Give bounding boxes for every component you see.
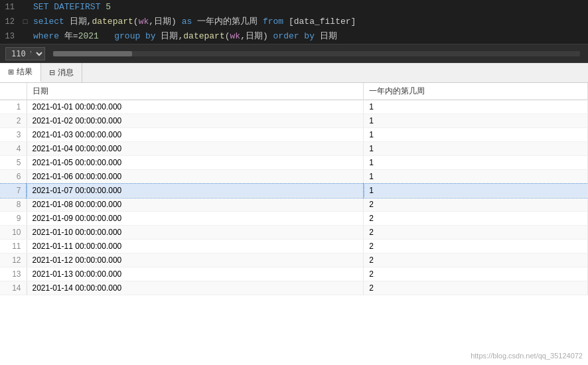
code-token: = xyxy=(73,31,78,41)
code-token xyxy=(99,31,114,41)
row-number: 6 xyxy=(0,170,27,184)
code-token: [data_filter] xyxy=(289,17,356,27)
tab-icon-results: ⊞ xyxy=(8,68,14,76)
code-token: where xyxy=(33,31,64,41)
zoom-select[interactable]: 110 % 100 % 75 % xyxy=(5,47,45,60)
code-content: select 日期,datepart(wk,日期) as 一年内的第几周 fro… xyxy=(31,15,588,29)
cell-date: 2021-01-02 00:00:00.000 xyxy=(27,114,364,128)
table-row[interactable]: 52021-01-05 00:00:00.0001 xyxy=(0,156,588,170)
tab-label-results: 结果 xyxy=(17,66,33,78)
code-token: ) xyxy=(263,31,273,41)
row-number: 5 xyxy=(0,156,27,170)
code-token: select xyxy=(33,17,70,27)
code-token: datepart xyxy=(92,17,133,27)
row-number: 12 xyxy=(0,254,27,267)
table-header-row: 日期一年内的第几周 xyxy=(0,83,588,100)
row-number: 7 xyxy=(0,184,27,198)
code-token: order by xyxy=(273,31,320,41)
table-row[interactable]: 142021-01-14 00:00:00.0002 xyxy=(0,281,588,295)
code-token: 年 xyxy=(64,31,73,41)
cell-date: 2021-01-10 00:00:00.000 xyxy=(27,226,364,240)
code-content: SET DATEFIRST 5 xyxy=(31,0,588,15)
code-token: 5 xyxy=(106,2,111,12)
table-row[interactable]: 82021-01-08 00:00:00.0002 xyxy=(0,198,588,212)
code-token: 2021 xyxy=(78,31,99,41)
row-number: 8 xyxy=(0,198,27,212)
cell-date: 2021-01-08 00:00:00.000 xyxy=(27,198,364,212)
column-header-0 xyxy=(0,83,27,100)
table-row[interactable]: 42021-01-04 00:00:00.0001 xyxy=(0,142,588,156)
tab-results[interactable]: ⊞结果 xyxy=(0,63,41,82)
cell-week: 1 xyxy=(364,156,588,170)
row-number: 11 xyxy=(0,240,27,254)
cell-week: 1 xyxy=(364,100,588,114)
row-number: 13 xyxy=(0,267,27,281)
cell-week: 2 xyxy=(364,281,588,295)
line-number: 13 xyxy=(0,29,20,44)
cell-date: 2021-01-03 00:00:00.000 xyxy=(27,128,364,142)
code-line: 13where 年=2021 group by 日期,datepart(wk,日… xyxy=(0,29,588,44)
code-token: ) xyxy=(171,17,182,27)
code-token: SET xyxy=(33,2,54,12)
cell-week: 1 xyxy=(364,184,588,198)
table-row[interactable]: 122021-01-12 00:00:00.0002 xyxy=(0,254,588,267)
code-token: ( xyxy=(225,31,230,41)
row-number: 14 xyxy=(0,281,27,295)
code-content: where 年=2021 group by 日期,datepart(wk,日期)… xyxy=(31,29,588,44)
code-token: datepart xyxy=(183,31,224,41)
line-indicator: □ xyxy=(20,15,31,29)
cell-week: 2 xyxy=(364,240,588,254)
cell-week: 1 xyxy=(364,142,588,156)
line-number: 12 xyxy=(0,15,20,29)
tabs-area: ⊞结果⊟消息 xyxy=(0,63,588,83)
code-line: 12□select 日期,datepart(wk,日期) as 一年内的第几周 … xyxy=(0,15,588,29)
row-number: 9 xyxy=(0,212,27,226)
results-area[interactable]: 日期一年内的第几周 12021-01-01 00:00:00.000122021… xyxy=(0,83,588,365)
tab-messages[interactable]: ⊟消息 xyxy=(41,63,82,82)
table-row[interactable]: 132021-01-13 00:00:00.0002 xyxy=(0,267,588,281)
row-number: 2 xyxy=(0,114,27,128)
table-row[interactable]: 102021-01-10 00:00:00.0002 xyxy=(0,226,588,240)
tab-label-messages: 消息 xyxy=(58,67,74,78)
code-token: 日期 xyxy=(246,31,263,41)
cell-week: 1 xyxy=(364,114,588,128)
cell-week: 2 xyxy=(364,254,588,267)
results-table: 日期一年内的第几周 12021-01-01 00:00:00.000122021… xyxy=(0,83,588,295)
table-row[interactable]: 62021-01-06 00:00:00.0001 xyxy=(0,170,588,184)
table-row[interactable]: 112021-01-11 00:00:00.0002 xyxy=(0,240,588,254)
row-number: 3 xyxy=(0,128,27,142)
cell-date: 2021-01-14 00:00:00.000 xyxy=(27,281,364,295)
cell-week: 1 xyxy=(364,128,588,142)
code-line: 11SET DATEFIRST 5 xyxy=(0,0,588,15)
cell-date: 2021-01-11 00:00:00.000 xyxy=(27,240,364,254)
row-number: 4 xyxy=(0,142,27,156)
cell-date: 2021-01-09 00:00:00.000 xyxy=(27,212,364,226)
table-row[interactable]: 92021-01-09 00:00:00.0002 xyxy=(0,212,588,226)
code-token: , xyxy=(149,17,154,27)
code-token: DATEFIRST xyxy=(54,2,106,12)
cell-date: 2021-01-01 00:00:00.000 xyxy=(27,100,364,114)
table-row[interactable]: 72021-01-07 00:00:00.0001 xyxy=(0,184,588,198)
toolbar: 110 % 100 % 75 % xyxy=(0,44,588,63)
table-row[interactable]: 32021-01-03 00:00:00.0001 xyxy=(0,128,588,142)
code-token: 日期 xyxy=(161,31,178,41)
code-token: wk xyxy=(230,31,241,41)
watermark: https://blog.csdn.net/qq_35124072 xyxy=(471,352,583,360)
code-token: , xyxy=(240,31,246,41)
cell-date: 2021-01-12 00:00:00.000 xyxy=(27,254,364,267)
code-token: group by xyxy=(114,31,161,41)
table-row[interactable]: 22021-01-02 00:00:00.0001 xyxy=(0,114,588,128)
code-token: ( xyxy=(133,17,139,27)
table-row[interactable]: 12021-01-01 00:00:00.0001 xyxy=(0,100,588,114)
cell-date: 2021-01-13 00:00:00.000 xyxy=(27,267,364,281)
cell-week: 2 xyxy=(364,267,588,281)
column-header-2: 一年内的第几周 xyxy=(364,83,588,100)
cell-date: 2021-01-05 00:00:00.000 xyxy=(27,156,364,170)
code-token: 日期 xyxy=(320,31,337,41)
tab-icon-messages: ⊟ xyxy=(49,68,55,77)
code-token: 日期 xyxy=(70,17,87,27)
code-token: from xyxy=(263,17,289,27)
cell-date: 2021-01-07 00:00:00.000 xyxy=(27,184,364,198)
cell-week: 2 xyxy=(364,198,588,212)
cell-week: 2 xyxy=(364,212,588,226)
